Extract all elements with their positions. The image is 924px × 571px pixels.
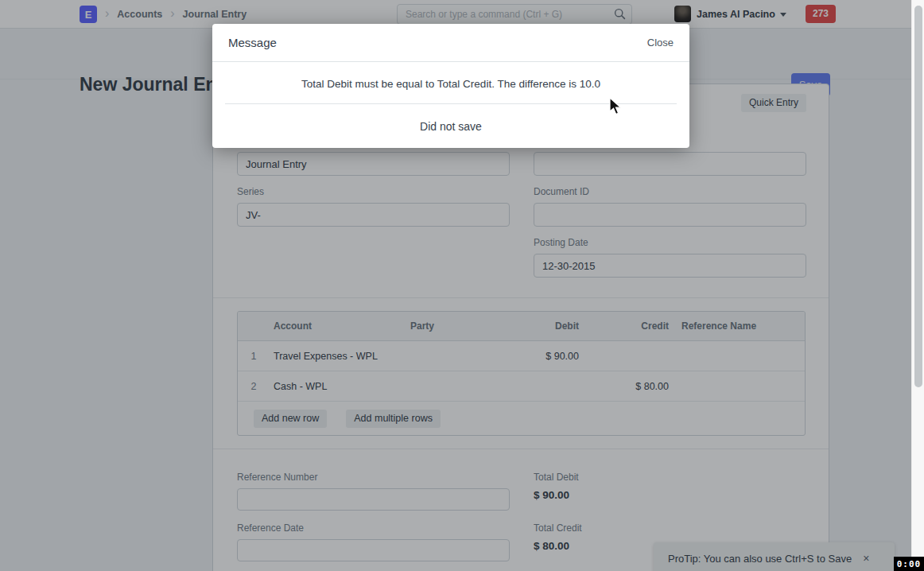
dialog-close-button[interactable]: Close [647, 37, 674, 49]
dialog-title: Message [228, 36, 277, 49]
page-scrollbar[interactable] [911, 0, 924, 571]
scrollbar-thumb[interactable] [914, 6, 922, 387]
message-dialog: Message Close Total Debit must be equal … [212, 24, 689, 148]
screen-recorder-timer: 0:00 [894, 557, 924, 571]
dialog-footer-note: Did not save [212, 104, 689, 148]
dialog-header: Message Close [212, 24, 689, 62]
app-window: E › Accounts › Journal Entry James Al Pa… [0, 0, 924, 571]
dialog-message: Total Debit must be equal to Total Credi… [212, 62, 689, 103]
